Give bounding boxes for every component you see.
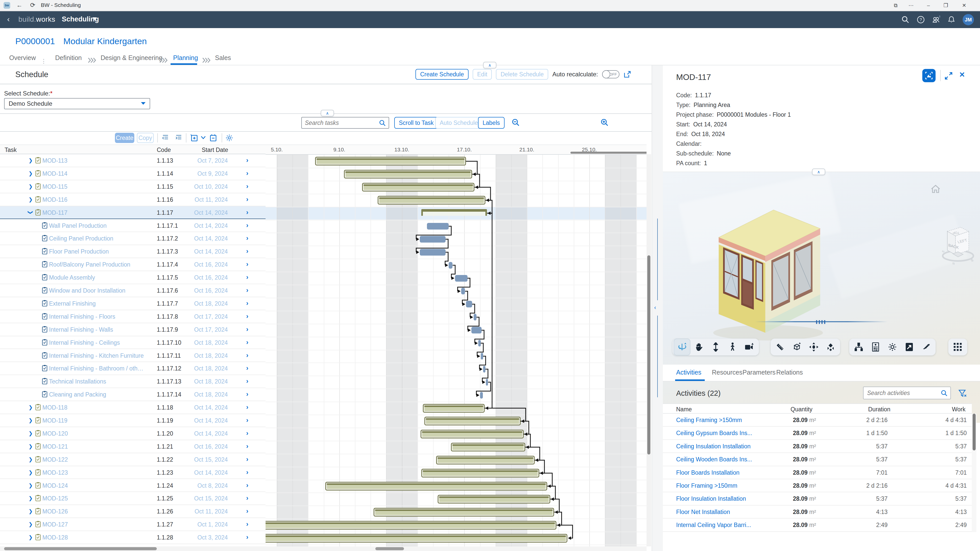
tab-parameters[interactable]: Parameters bbox=[743, 369, 775, 376]
window-restore-icon[interactable]: ❐ bbox=[941, 2, 950, 9]
row-navigate-icon[interactable]: › bbox=[246, 195, 248, 203]
expand-row-icon[interactable]: ❯ bbox=[27, 521, 34, 527]
task-row-1.1.17.6[interactable]: Window and Door Installation1.1.17.6Oct … bbox=[0, 284, 266, 297]
task-name-link[interactable]: Floor Panel Production bbox=[49, 248, 109, 255]
row-navigate-icon[interactable]: › bbox=[246, 377, 248, 385]
activities-scrollbar[interactable] bbox=[972, 414, 977, 532]
task-row-1.1.21[interactable]: ❯MOD-1211.1.21Oct 16, 2024› bbox=[0, 440, 266, 453]
task-name-link[interactable]: MOD-123 bbox=[42, 469, 68, 476]
task-row-1.1.17.2[interactable]: Ceiling Panel Production1.1.17.2Oct 14, … bbox=[0, 232, 266, 245]
task-row-1.1.14[interactable]: ❯MOD-1141.1.14Oct 9, 2024› bbox=[0, 167, 266, 180]
settings-gear-icon[interactable] bbox=[225, 134, 233, 142]
row-navigate-icon[interactable]: › bbox=[246, 234, 248, 242]
task-row-1.1.17.7[interactable]: External Finishing1.1.17.7Oct 18, 2024› bbox=[0, 297, 266, 310]
open-in-new-icon[interactable] bbox=[624, 70, 631, 78]
task-row-1.1.17.1[interactable]: Wall Panel Production1.1.17.1Oct 14, 202… bbox=[0, 219, 266, 233]
insert-chevron-icon[interactable] bbox=[201, 136, 206, 139]
task-name-link[interactable]: MOD-122 bbox=[42, 456, 68, 463]
header-collapse-button[interactable]: ∧ bbox=[483, 62, 496, 68]
activity-row[interactable]: Ceiling Insulation Installation28.09 m²5… bbox=[663, 440, 972, 453]
row-navigate-icon[interactable]: › bbox=[246, 156, 248, 164]
task-name-link[interactable]: Cleaning and Packing bbox=[49, 391, 106, 398]
task-name-link[interactable]: MOD-120 bbox=[42, 430, 68, 437]
walk-tool-icon[interactable] bbox=[724, 339, 741, 355]
task-row-1.1.15[interactable]: ❯MOD-1151.1.15Oct 10, 2024› bbox=[0, 180, 266, 193]
task-name-link[interactable]: External Finishing bbox=[49, 300, 96, 307]
task-row-1.1.17.8[interactable]: Internal Finishing - Floors1.1.17.8Oct 1… bbox=[0, 310, 266, 323]
column-duration[interactable]: Duration bbox=[868, 406, 890, 413]
column-start-date[interactable]: Start Date bbox=[202, 147, 228, 153]
task-row-1.1.17.12[interactable]: Internal Finishing - Bathroom / other fi… bbox=[0, 362, 266, 375]
task-name-link[interactable]: MOD-121 bbox=[42, 443, 68, 450]
activity-row[interactable]: Floor Framing >150mm28.09 m²2 d 2:164 d … bbox=[663, 479, 972, 492]
activities-search-input[interactable] bbox=[867, 388, 938, 398]
task-row-1.1.17.14[interactable]: Cleaning and Packing1.1.17.14Oct 18, 202… bbox=[0, 388, 266, 401]
home-view-icon[interactable] bbox=[931, 184, 941, 194]
task-row-1.1.17.10[interactable]: Internal Finishing - Ceilings1.1.17.10Oc… bbox=[0, 336, 266, 349]
notifications-bell-icon[interactable] bbox=[947, 16, 956, 24]
activity-name-link[interactable]: Floor Net Installation bbox=[676, 509, 730, 516]
users-icon[interactable]: ? bbox=[932, 16, 940, 24]
task-row-1.1.17.4[interactable]: Roof/Balcony Panel Production1.1.17.4Oct… bbox=[0, 258, 266, 271]
activity-name-link[interactable]: Ceiling Insulation Installation bbox=[676, 443, 751, 450]
activity-name-link[interactable]: Ceiling Gypsum Boards Ins... bbox=[676, 430, 752, 436]
hierarchy-tool-icon[interactable] bbox=[850, 339, 867, 355]
expand-row-icon[interactable]: ❯ bbox=[27, 443, 34, 449]
delete-schedule-button[interactable]: Delete Schedule bbox=[496, 69, 548, 80]
task-row-1.1.22[interactable]: ❯MOD-1221.1.22Oct 15, 2024› bbox=[0, 453, 266, 466]
task-search-box[interactable] bbox=[301, 117, 389, 129]
row-navigate-icon[interactable]: › bbox=[246, 325, 248, 333]
gantt-horizontal-scrollbar[interactable] bbox=[266, 546, 646, 551]
task-name-link[interactable]: MOD-117 bbox=[42, 209, 67, 216]
task-name-link[interactable]: MOD-116 bbox=[42, 196, 67, 203]
task-name-link[interactable]: MOD-127 bbox=[42, 521, 68, 528]
row-navigate-icon[interactable]: › bbox=[246, 260, 248, 268]
task-table-horizontal-scrollbar[interactable] bbox=[0, 546, 266, 551]
row-navigate-icon[interactable]: › bbox=[246, 416, 248, 424]
scroll-to-task-button[interactable]: Scroll to Task bbox=[394, 117, 438, 129]
expand-row-icon[interactable]: ❯ bbox=[27, 157, 34, 163]
task-row-1.1.24[interactable]: ❯MOD-1241.1.24Oct 8, 2024› bbox=[0, 479, 266, 492]
task-row-1.1.28[interactable]: ❯MOD-1281.1.28Oct 3, 2024› bbox=[0, 531, 266, 544]
zoom-in-icon[interactable] bbox=[601, 118, 609, 127]
task-name-link[interactable]: MOD-113 bbox=[42, 157, 67, 164]
measure-tool-icon[interactable] bbox=[772, 339, 789, 355]
row-navigate-icon[interactable]: › bbox=[246, 494, 248, 502]
task-name-link[interactable]: Internal Finishing - Floors bbox=[49, 313, 115, 320]
camera-tool-icon[interactable] bbox=[741, 339, 758, 355]
focus-tool-icon[interactable] bbox=[822, 339, 839, 355]
column-code[interactable]: Code bbox=[157, 147, 171, 153]
task-row-1.1.17.11[interactable]: Internal Finishing - Kitchen Furniture1.… bbox=[0, 349, 266, 362]
split-screen-icon[interactable]: ⧉ bbox=[891, 2, 900, 9]
tab-relations[interactable]: Relations bbox=[776, 369, 803, 376]
pan-tool-icon[interactable] bbox=[690, 339, 707, 355]
activity-row[interactable]: Ceiling Wooden Boards Ins...28.09 m²5:37… bbox=[663, 453, 972, 466]
user-avatar[interactable]: JM bbox=[963, 14, 974, 25]
tab-design-engineering[interactable]: Design & Engineering bbox=[100, 54, 162, 62]
properties-tool-icon[interactable] bbox=[867, 339, 884, 355]
expand-row-icon[interactable]: ❯ bbox=[27, 534, 34, 540]
task-name-link[interactable]: Roof/Balcony Panel Production bbox=[49, 261, 130, 268]
task-row-1.1.20[interactable]: ❯MOD-1201.1.20Oct 14, 2024› bbox=[0, 427, 266, 440]
product-logo[interactable]: build.works bbox=[18, 15, 55, 24]
expand-row-icon[interactable]: ❯ bbox=[27, 196, 34, 202]
row-navigate-icon[interactable]: › bbox=[246, 364, 248, 372]
tab-sales[interactable]: Sales bbox=[215, 54, 231, 62]
tab-definition[interactable]: Definition bbox=[55, 54, 82, 62]
browser-back-icon[interactable]: ← bbox=[15, 1, 24, 9]
indent-icon[interactable] bbox=[175, 134, 183, 142]
task-row-1.1.25[interactable]: ❯MOD-1251.1.25Oct 15, 2024› bbox=[0, 492, 266, 505]
row-navigate-icon[interactable]: › bbox=[246, 468, 248, 476]
task-row-1.1.19[interactable]: ❯MOD-1191.1.19Oct 14, 2024› bbox=[0, 414, 266, 427]
row-navigate-icon[interactable]: › bbox=[246, 286, 248, 294]
row-navigate-icon[interactable]: › bbox=[246, 520, 248, 528]
schedule-dropdown[interactable]: Demo Schedule bbox=[4, 98, 150, 109]
copy-task-button[interactable]: Copy bbox=[137, 133, 154, 143]
tab-activities[interactable]: Activities bbox=[676, 369, 702, 376]
row-navigate-icon[interactable]: › bbox=[246, 247, 248, 255]
shell-back-button[interactable]: ‹ bbox=[7, 15, 10, 24]
task-row-1.1.26[interactable]: ❯MOD-1261.1.26Oct 11, 2024› bbox=[0, 505, 266, 518]
gantt-chart[interactable]: 5.10.9.10.13.10.17.10.21.10.25.10. bbox=[266, 145, 646, 546]
gantt-vertical-scrollbar[interactable] bbox=[646, 154, 651, 546]
task-search-input[interactable] bbox=[305, 118, 376, 127]
